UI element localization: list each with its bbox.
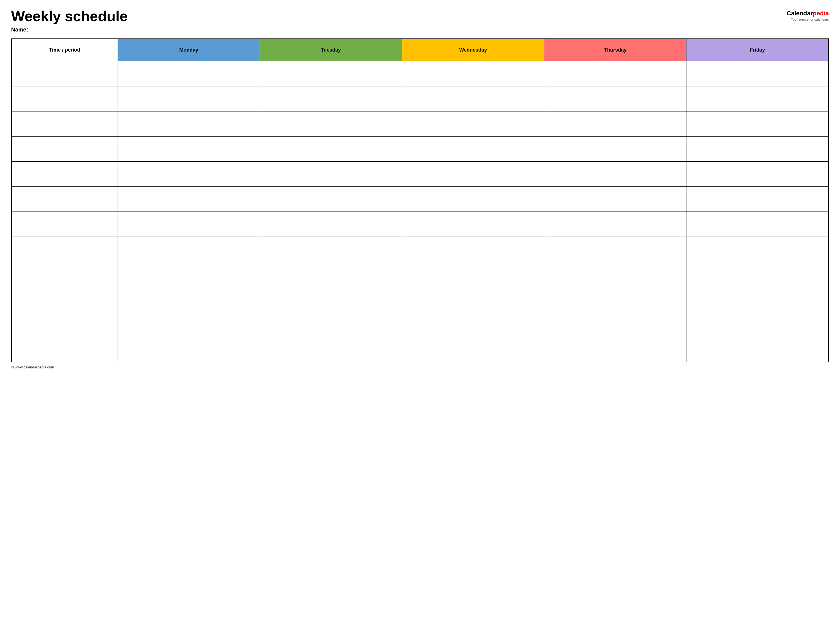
table-row [11, 161, 829, 186]
logo-pedia: pedia [813, 10, 829, 17]
title-section: Weekly schedule Name: [11, 8, 128, 33]
table-row [11, 186, 829, 211]
schedule-cell[interactable] [118, 111, 260, 136]
page-header: Weekly schedule Name: Calendarpedia Your… [11, 8, 829, 33]
schedule-cell[interactable] [544, 186, 687, 211]
logo-tagline: Your source for calendars [791, 17, 829, 22]
time-cell[interactable] [11, 136, 118, 161]
schedule-cell[interactable] [687, 61, 829, 86]
col-header-monday: Monday [118, 39, 260, 61]
time-cell[interactable] [11, 61, 118, 86]
footer: © www.calendarpedia.com [11, 365, 829, 369]
schedule-cell[interactable] [118, 287, 260, 312]
time-cell[interactable] [11, 287, 118, 312]
schedule-cell[interactable] [544, 161, 687, 186]
schedule-cell[interactable] [687, 111, 829, 136]
schedule-cell[interactable] [544, 111, 687, 136]
table-row [11, 61, 829, 86]
schedule-cell[interactable] [544, 287, 687, 312]
schedule-cell[interactable] [402, 136, 544, 161]
schedule-cell[interactable] [687, 136, 829, 161]
schedule-cell[interactable] [118, 186, 260, 211]
logo-section: Calendarpedia Your source for calendars [786, 10, 829, 22]
schedule-table: Time / period Monday Tuesday Wednesday T… [11, 38, 829, 362]
table-row [11, 262, 829, 287]
schedule-cell[interactable] [402, 337, 544, 362]
schedule-cell[interactable] [544, 262, 687, 287]
schedule-cell[interactable] [544, 136, 687, 161]
schedule-cell[interactable] [687, 161, 829, 186]
time-cell[interactable] [11, 86, 118, 111]
schedule-cell[interactable] [118, 161, 260, 186]
col-header-friday: Friday [687, 39, 829, 61]
schedule-cell[interactable] [544, 211, 687, 237]
time-cell[interactable] [11, 111, 118, 136]
schedule-cell[interactable] [687, 211, 829, 237]
schedule-cell[interactable] [118, 136, 260, 161]
schedule-cell[interactable] [118, 86, 260, 111]
schedule-cell[interactable] [118, 211, 260, 237]
table-row [11, 86, 829, 111]
schedule-cell[interactable] [402, 287, 544, 312]
page-title: Weekly schedule [11, 8, 128, 24]
schedule-cell[interactable] [260, 61, 402, 86]
schedule-cell[interactable] [402, 237, 544, 262]
schedule-cell[interactable] [260, 262, 402, 287]
table-row [11, 211, 829, 237]
footer-url: © www.calendarpedia.com [11, 365, 54, 369]
schedule-cell[interactable] [402, 111, 544, 136]
schedule-cell[interactable] [687, 86, 829, 111]
table-row [11, 337, 829, 362]
schedule-cell[interactable] [260, 211, 402, 237]
schedule-cell[interactable] [544, 337, 687, 362]
schedule-cell[interactable] [402, 161, 544, 186]
col-header-thursday: Thursday [544, 39, 687, 61]
schedule-cell[interactable] [687, 337, 829, 362]
time-cell[interactable] [11, 237, 118, 262]
schedule-cell[interactable] [402, 86, 544, 111]
table-row [11, 111, 829, 136]
schedule-cell[interactable] [544, 86, 687, 111]
schedule-cell[interactable] [118, 237, 260, 262]
table-row [11, 312, 829, 337]
schedule-cell[interactable] [402, 61, 544, 86]
schedule-cell[interactable] [118, 262, 260, 287]
schedule-cell[interactable] [260, 237, 402, 262]
schedule-cell[interactable] [260, 136, 402, 161]
logo-text: Calendarpedia [786, 10, 829, 17]
schedule-cell[interactable] [260, 186, 402, 211]
schedule-cell[interactable] [402, 312, 544, 337]
schedule-cell[interactable] [544, 237, 687, 262]
schedule-cell[interactable] [402, 262, 544, 287]
time-cell[interactable] [11, 337, 118, 362]
schedule-cell[interactable] [260, 111, 402, 136]
schedule-cell[interactable] [260, 312, 402, 337]
table-row [11, 287, 829, 312]
schedule-cell[interactable] [687, 237, 829, 262]
col-header-time: Time / period [11, 39, 118, 61]
time-cell[interactable] [11, 161, 118, 186]
schedule-cell[interactable] [260, 287, 402, 312]
schedule-cell[interactable] [687, 312, 829, 337]
schedule-cell[interactable] [402, 186, 544, 211]
time-cell[interactable] [11, 312, 118, 337]
schedule-cell[interactable] [402, 211, 544, 237]
schedule-cell[interactable] [260, 86, 402, 111]
schedule-cell[interactable] [118, 61, 260, 86]
schedule-cell[interactable] [260, 161, 402, 186]
schedule-cell[interactable] [687, 186, 829, 211]
col-header-tuesday: Tuesday [260, 39, 402, 61]
time-cell[interactable] [11, 211, 118, 237]
schedule-cell[interactable] [544, 312, 687, 337]
time-cell[interactable] [11, 186, 118, 211]
schedule-cell[interactable] [260, 337, 402, 362]
name-label: Name: [11, 27, 128, 33]
schedule-cell[interactable] [118, 312, 260, 337]
schedule-cell[interactable] [687, 262, 829, 287]
schedule-cell[interactable] [687, 287, 829, 312]
col-header-wednesday: Wednesday [402, 39, 544, 61]
schedule-cell[interactable] [544, 61, 687, 86]
schedule-body [11, 61, 829, 362]
time-cell[interactable] [11, 262, 118, 287]
schedule-cell[interactable] [118, 337, 260, 362]
